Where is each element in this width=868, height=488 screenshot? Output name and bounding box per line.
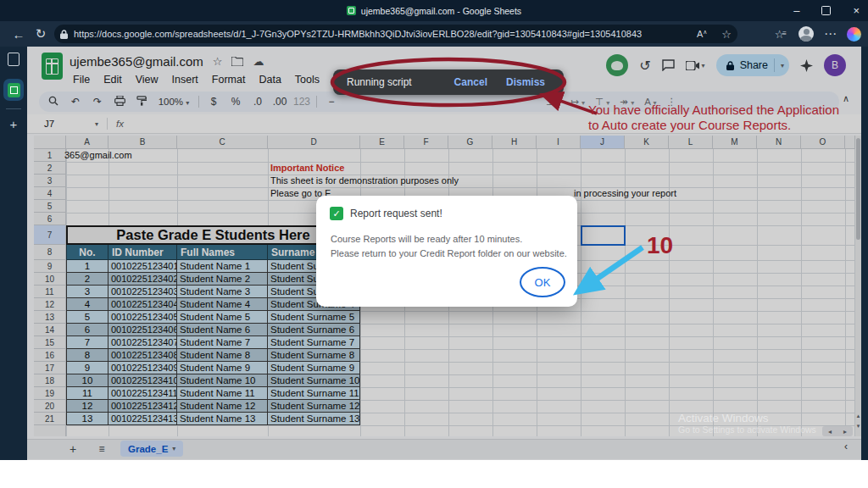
favorites-star-icon[interactable]: ☆ bbox=[721, 28, 732, 41]
url-text: https://docs.google.com/spreadsheets/d/1… bbox=[74, 29, 697, 39]
ok-button[interactable]: OK bbox=[520, 267, 565, 297]
toast-dismiss-button[interactable]: Dismiss bbox=[506, 76, 545, 88]
success-check-icon: ✓ bbox=[330, 207, 343, 220]
copilot-icon[interactable] bbox=[847, 27, 861, 42]
report-sent-dialog: ✓ Report request sent! Course Reports wi… bbox=[316, 196, 577, 307]
settings-more-icon[interactable]: ⋯ bbox=[824, 26, 837, 42]
browser-tab[interactable]: ujembe365@gmail.com - Google Sheets bbox=[0, 0, 868, 21]
lock-icon bbox=[60, 30, 68, 39]
favorites-hub-icon[interactable]: ☆≡ bbox=[775, 28, 788, 41]
window-right-edge bbox=[861, 47, 868, 460]
read-aloud-icon[interactable]: A∧ bbox=[697, 29, 707, 39]
toast-cancel-button[interactable]: Cancel bbox=[454, 76, 487, 88]
address-bar[interactable]: https://docs.google.com/spreadsheets/d/1… bbox=[54, 25, 737, 43]
sidebar-active-tab[interactable] bbox=[3, 79, 24, 101]
browser-profile-avatar[interactable] bbox=[798, 26, 814, 42]
navbar-right-icons: ☆≡ ⋯ bbox=[775, 21, 861, 47]
dialog-title: Report request sent! bbox=[350, 208, 442, 219]
running-script-toast: Running script Cancel Dismiss bbox=[333, 69, 564, 95]
dialog-line1: Course Reports will be ready after 10 mi… bbox=[331, 234, 522, 244]
desktop-below-window bbox=[0, 460, 868, 488]
back-button[interactable]: ← bbox=[8, 21, 29, 47]
reload-button[interactable]: ↻ bbox=[31, 21, 51, 47]
screen: ujembe365@gmail.com - Google Sheets – × … bbox=[0, 0, 868, 488]
sheets-favicon-icon bbox=[347, 6, 356, 15]
sidebar-divider bbox=[6, 108, 21, 109]
close-button[interactable]: × bbox=[853, 0, 860, 21]
workspaces-icon[interactable] bbox=[8, 53, 19, 66]
new-tab-button[interactable]: + bbox=[0, 115, 27, 132]
tab-title: ujembe365@gmail.com - Google Sheets bbox=[361, 6, 521, 16]
browser-titlebar: ujembe365@gmail.com - Google Sheets – × bbox=[0, 0, 868, 21]
sheets-tab-icon bbox=[8, 83, 20, 97]
count-annotation: 10 bbox=[647, 232, 673, 259]
toast-message: Running script bbox=[333, 76, 454, 88]
minimize-button[interactable]: – bbox=[793, 0, 799, 21]
maximize-button[interactable] bbox=[821, 6, 831, 15]
authorised-note-annotation: You have officially Authorised the Appli… bbox=[588, 103, 839, 133]
dialog-line2: Please return to your Credit Report fold… bbox=[331, 248, 567, 258]
window-controls: – × bbox=[793, 0, 860, 21]
